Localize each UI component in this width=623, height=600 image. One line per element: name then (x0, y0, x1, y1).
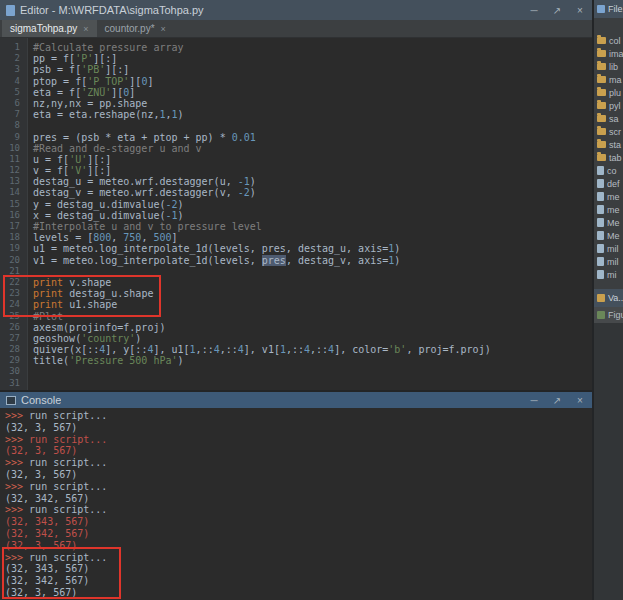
file-item[interactable]: Me (597, 216, 623, 229)
file-item[interactable]: def (597, 177, 623, 190)
code-token: 'PB' (81, 64, 105, 75)
code-token: #Calculate pressure array (33, 42, 184, 53)
console-output[interactable]: >>> run script...(32, 3, 567)>>> run scr… (0, 408, 592, 600)
file-item[interactable]: plu (597, 86, 623, 99)
line-text: #Read and de-stagger u and v (27, 143, 202, 154)
file-item[interactable]: co (597, 164, 623, 177)
code-token: pp = f[ (33, 53, 75, 64)
code-token: ,:: (220, 344, 238, 355)
tab-close-icon[interactable]: × (83, 24, 88, 34)
file-item[interactable]: mi (597, 268, 623, 281)
code-line: 23print destag_u.shape (0, 288, 592, 299)
code-lines: 1#Calculate pressure array2pp = f['P'][:… (0, 38, 592, 389)
file-icon (597, 231, 604, 240)
line-number: 21 (0, 266, 27, 277)
code-token: ) (178, 199, 184, 210)
figures-tab[interactable]: Figu... (594, 307, 623, 323)
editor-title-bar: Editor - M:\WRFDATA\sigmaTohpa.py ─ ↗ × (0, 0, 592, 20)
file-item[interactable]: tab (597, 151, 623, 164)
file-item[interactable]: Me (597, 229, 623, 242)
line-text: #Calculate pressure array (27, 42, 184, 53)
figures-label: Figu... (608, 310, 623, 320)
file-item[interactable]: lib (597, 60, 623, 73)
file-item[interactable]: ima (597, 47, 623, 60)
line-number: 25 (0, 311, 27, 322)
console-window-controls: ─ ↗ × (528, 395, 586, 406)
code-line: 22print v.shape (0, 277, 592, 288)
console-line: >>> run script... (5, 481, 592, 493)
code-token: geoshow( (33, 333, 81, 344)
file-item[interactable]: mil (597, 242, 623, 255)
console-panel: Console ─ ↗ × >>> run script...(32, 3, 5… (0, 392, 592, 600)
file-item[interactable]: sa (597, 112, 623, 125)
code-token: -2 (165, 199, 177, 210)
code-token: 'b' (388, 344, 406, 355)
line-text (27, 120, 33, 131)
code-token: pres (262, 255, 286, 266)
file-item[interactable]: ma (597, 73, 623, 86)
file-item[interactable]: me (597, 203, 623, 216)
line-text: y = destag_u.dimvalue(-2) (27, 199, 184, 210)
variables-header[interactable]: Va... (594, 289, 623, 307)
line-text (27, 366, 33, 377)
file-item-label: Me (607, 218, 620, 228)
file-explorer-header[interactable]: File... (594, 0, 623, 18)
console-line: (32, 343, 567) (5, 516, 592, 528)
file-icon (597, 205, 604, 214)
file-item[interactable]: pyl (597, 99, 623, 112)
tab-label: sigmaTohpa.py (10, 23, 77, 34)
folder-icon (597, 102, 606, 109)
file-item[interactable]: col (597, 34, 623, 47)
line-number: 28 (0, 344, 27, 355)
editor-tab[interactable]: countor.py*× (97, 20, 174, 37)
code-line: 4ptop = f['P_TOP'][0] (0, 76, 592, 87)
code-token: destag_u = meteo.wrf.destagger(u, (33, 176, 238, 187)
folder-icon (597, 50, 606, 57)
file-item[interactable]: sta (597, 138, 623, 151)
line-text: levels = [800, 750, 500] (27, 232, 178, 243)
line-number: 14 (0, 187, 27, 198)
console-lines: >>> run script...(32, 3, 567)>>> run scr… (5, 410, 592, 599)
file-item-label: lib (609, 62, 618, 72)
console-token: run script... (29, 434, 107, 445)
file-item[interactable]: me (597, 190, 623, 203)
code-token: 'Pressure 500 hPa' (69, 355, 177, 366)
file-item[interactable]: mil (597, 255, 623, 268)
code-line: 12v = f['V'][:] (0, 165, 592, 176)
close-icon[interactable]: × (574, 395, 586, 406)
code-token: u1 = meteo.log_interpolate_1d(levels, pr… (33, 243, 388, 254)
code-token: ], color= (334, 344, 388, 355)
file-item-label: Me (607, 231, 620, 241)
file-item-label: co (607, 166, 617, 176)
float-window-icon[interactable]: ↗ (551, 5, 563, 16)
code-token: levels = [ (33, 232, 93, 243)
float-window-icon[interactable]: ↗ (551, 395, 563, 406)
code-token: ], u1[ (153, 344, 189, 355)
console-token: (32, 3, 567) (5, 422, 77, 433)
console-token: >>> (5, 457, 29, 468)
file-explorer-icon (597, 5, 605, 13)
line-number: 27 (0, 333, 27, 344)
line-text: destag_v = meteo.wrf.destagger(v, -2) (27, 187, 256, 198)
close-icon[interactable]: × (574, 5, 586, 16)
code-token: , proj=f.proj) (406, 344, 490, 355)
console-line: (32, 342, 567) (5, 575, 592, 587)
code-line: 24print u1.shape (0, 299, 592, 310)
code-line: 28quiver(x[::4], y[::4], u1[1,::4,::4], … (0, 344, 592, 355)
code-line: 2pp = f['P'][:] (0, 53, 592, 64)
console-token: (32, 343, 567) (5, 563, 89, 574)
minimize-icon[interactable]: ─ (528, 5, 540, 16)
file-item[interactable]: scr (597, 125, 623, 138)
editor-tab[interactable]: sigmaTohpa.py× (2, 20, 97, 37)
file-tree: colimalibmaplupylsascrstatabcodefmemeMeM… (594, 18, 623, 281)
code-token: destag_v = meteo.wrf.destagger(v, (33, 187, 238, 198)
code-editor[interactable]: 1#Calculate pressure array2pp = f['P'][:… (0, 38, 592, 390)
code-token: -1 (165, 210, 177, 221)
console-token: run script... (29, 504, 107, 515)
code-token: #Plot (33, 311, 63, 322)
line-text: print v.shape (27, 277, 111, 288)
file-item-label: sa (609, 114, 619, 124)
minimize-icon[interactable]: ─ (528, 395, 540, 406)
tab-close-icon[interactable]: × (161, 24, 166, 34)
console-token: (32, 3, 567) (5, 587, 77, 598)
